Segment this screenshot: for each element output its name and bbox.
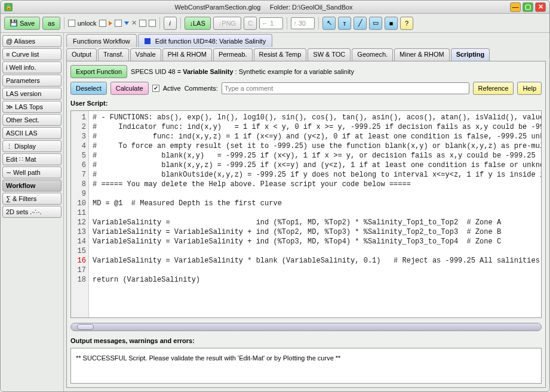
script-editor[interactable]: 123456789101112131415161718 # - FUNCTION… <box>70 110 542 318</box>
subtab-geomech-[interactable]: Geomech. <box>352 48 393 61</box>
maximize-button[interactable]: ▢ <box>523 2 533 12</box>
window-buttons: — ▢ ✕ <box>510 2 546 12</box>
output-label: Output messages, warnings and errors: <box>70 337 542 344</box>
output-messages: ** SUCCESSFUL Script. Please validate th… <box>70 348 542 384</box>
sidebar-item-6[interactable]: Other Sect. <box>2 114 62 126</box>
titlebar: 🔒 WebConstParamSection.glog Folder: D:\G… <box>1 1 549 14</box>
scrollbar-thumb[interactable] <box>77 324 94 330</box>
main-tabs: Functions Workflow Edit function UID=48:… <box>66 34 546 47</box>
subtab-transf-[interactable]: Transf. <box>98 48 129 61</box>
subtab-sw-toc[interactable]: SW & TOC <box>308 48 351 61</box>
reference-button[interactable]: Reference <box>473 82 514 95</box>
sidebar-item-11[interactable]: Workflow <box>2 180 62 192</box>
info-button[interactable]: i <box>164 17 177 30</box>
las-export-button[interactable]: ↓LAS <box>185 17 211 30</box>
main-area: @ Aliases≡ Curve listi Well info.Paramet… <box>1 33 549 391</box>
comments-input[interactable] <box>222 82 469 94</box>
title-filename: WebConstParamSection.glog <box>174 4 260 11</box>
flag-down-icon <box>124 21 129 25</box>
unlock-label: unlock <box>78 20 97 27</box>
panel-help-button[interactable]: Help <box>517 82 542 95</box>
lock-icon: 🔒 <box>4 3 13 11</box>
subtab-phi-rhom[interactable]: PHI & RHOM <box>162 48 212 61</box>
subtab-miner-rhom[interactable]: Miner & RHOM <box>394 48 450 61</box>
scripting-panel: Export Function SPECS UID 48 = Variable … <box>66 61 546 388</box>
sidebar-item-2[interactable]: i Well info. <box>2 61 62 73</box>
spec-label: SPECS UID 48 = Variable Salinity : Synth… <box>131 68 354 75</box>
sidebar-item-4[interactable]: LAS version <box>2 88 62 100</box>
deselect-button[interactable]: Deselect <box>70 82 107 95</box>
spinner-2[interactable]: ↑ 30 <box>291 17 315 29</box>
spinner-1[interactable]: ← 1 <box>259 17 283 29</box>
flag2-checkbox[interactable] <box>115 20 122 27</box>
subtab-resist-temp[interactable]: Resist & Temp <box>254 48 307 61</box>
subtab-vshale[interactable]: Vshale <box>130 48 161 61</box>
subtab-output[interactable]: Output <box>66 48 97 61</box>
close-button[interactable]: ✕ <box>535 2 546 12</box>
sidebar-item-0[interactable]: @ Aliases <box>2 35 62 47</box>
sidebar-item-3[interactable]: Parameters <box>2 75 62 87</box>
save-button[interactable]: 💾 Save <box>4 17 40 30</box>
comments-label: Comments: <box>185 85 218 92</box>
folder-label: Folder: <box>270 4 290 11</box>
subtab-permeab-[interactable]: Permeab. <box>213 48 253 61</box>
active-checkbox[interactable] <box>152 85 159 92</box>
window-title: WebConstParamSection.glog Folder: D:\Geo… <box>17 4 510 11</box>
save-as-button[interactable]: as <box>42 17 60 30</box>
unlock-checkbox[interactable] <box>68 20 75 27</box>
sidebar-item-1[interactable]: ≡ Curve list <box>2 48 62 60</box>
active-label: Active <box>163 85 181 92</box>
sidebar-item-13[interactable]: 2D sets .·∴·. <box>2 206 62 218</box>
flag1-checkbox[interactable] <box>99 20 106 27</box>
help-button[interactable]: ? <box>400 17 413 30</box>
opt1-checkbox[interactable] <box>139 20 146 27</box>
tool-rect-button[interactable]: ▭ <box>369 17 382 30</box>
sub-tabs: OutputTransf.VshalePHI & RHOMPermeab.Res… <box>66 48 546 61</box>
line-gutter: 123456789101112131415161718 <box>71 111 89 317</box>
sidebar-item-10[interactable]: ∼ Well path <box>2 166 62 178</box>
subtab-scripting[interactable]: Scripting <box>451 48 490 61</box>
png-export-button[interactable]: ↓PNG <box>213 17 241 30</box>
export-function-button[interactable]: Export Function <box>70 65 127 78</box>
tool-line-button[interactable]: ╱ <box>354 17 367 30</box>
tool-text-button[interactable]: т <box>338 17 351 30</box>
sidebar-item-9[interactable]: Edit ∷ Mat <box>2 153 62 165</box>
x-icon: ✕ <box>131 19 137 27</box>
tool-arrow-button[interactable]: ↖ <box>322 17 336 30</box>
main-toolbar: 💾 Save as unlock ✕ i ↓LAS ↓PNG C ← 1 ↑ 3… <box>1 14 549 33</box>
horizontal-scrollbar[interactable] <box>70 323 542 331</box>
c-button[interactable]: C <box>244 17 257 30</box>
flag-right-icon <box>109 21 112 26</box>
sidebar: @ Aliases≡ Curve listi Well info.Paramet… <box>1 33 64 391</box>
calculate-button[interactable]: Calculate <box>110 82 149 95</box>
opt2-checkbox[interactable] <box>149 20 156 27</box>
square-icon <box>145 38 150 44</box>
sidebar-item-12[interactable]: ∑ & Filters <box>2 193 62 205</box>
tab-edit-function[interactable]: Edit function UID=48: Variable Salinity <box>138 34 272 47</box>
content-area: Functions Workflow Edit function UID=48:… <box>64 33 549 391</box>
tab-functions-workflow[interactable]: Functions Workflow <box>66 34 137 47</box>
tool-fill-button[interactable]: ■ <box>385 17 398 30</box>
user-script-label: User Script: <box>70 100 542 107</box>
sidebar-item-7[interactable]: ASCII LAS <box>2 127 62 139</box>
code-area[interactable]: # - FUNCTIONS: abs(), exp(), ln(), log10… <box>89 111 541 317</box>
minimize-button[interactable]: — <box>510 2 521 12</box>
folder-path: D:\GeolOil_SandBox <box>292 4 353 11</box>
sidebar-item-5[interactable]: ≫ LAS Tops <box>2 101 62 113</box>
sidebar-item-8[interactable]: ⋮ Display <box>2 140 62 152</box>
